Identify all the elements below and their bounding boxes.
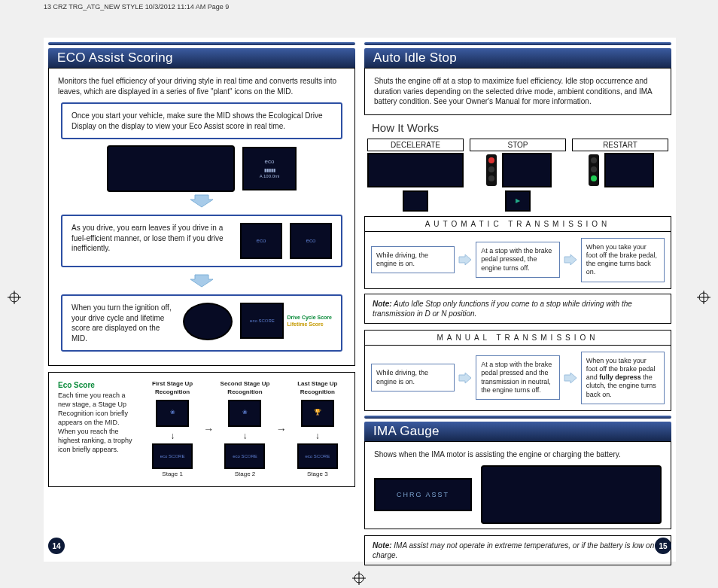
stage-col: First Stage Up Recognition ❀ ↓ eco SCORE… — [145, 380, 200, 479]
arrow-right-icon — [563, 371, 578, 385]
note-label: Note: — [373, 541, 392, 550]
cluster-photo — [502, 153, 552, 187]
callout-3-text: When you turn the ignition off, your dri… — [71, 303, 175, 343]
stage-col: Last Stage Up Recognition 🏆 ↓ eco SCORE … — [290, 380, 345, 479]
ima-block: Shows when the IMA motor is assisting th… — [364, 441, 671, 530]
wreath-icon: ❀ — [228, 400, 261, 427]
callout-3: When you turn the ignition off, your dri… — [61, 294, 342, 352]
registration-mark-icon — [8, 291, 21, 304]
dashboard-photo — [107, 145, 235, 192]
manual-trans-body: While driving, the engine is on. At a st… — [364, 345, 671, 411]
svg-marker-9 — [190, 195, 213, 207]
eco-score-display: eco SCORE — [152, 443, 193, 469]
section-title-eco: ECO Assist Scoring — [48, 48, 355, 68]
ima-display: CHRG ASST — [374, 478, 472, 511]
score-labels: Drive Cycle Score Lifetime Score — [287, 314, 332, 328]
section-title-idle: Auto Idle Stop — [364, 48, 671, 68]
registration-mark-icon — [352, 571, 366, 585]
arrow-right-icon — [458, 371, 473, 385]
trans-cell: At a stop with the brake pedal pressed, … — [476, 242, 559, 278]
traffic-light-green-icon — [586, 153, 601, 187]
traffic-light-red-icon — [484, 153, 499, 187]
how-label: DECELERATE — [367, 139, 464, 151]
svg-point-18 — [591, 175, 597, 181]
page-14: ECO Assist Scoring Monitors the fuel eff… — [44, 38, 360, 562]
svg-marker-19 — [459, 254, 471, 265]
how-it-works-heading: How It Works — [372, 121, 664, 134]
page-15: Auto Idle Stop Shuts the engine off at a… — [360, 38, 676, 562]
stage-label: Stage 3 — [290, 471, 345, 479]
note-label: Note: — [373, 300, 392, 308]
svg-point-16 — [591, 157, 597, 163]
mid-icon: eco — [240, 223, 282, 259]
eco-score-body: Each time you reach a new stage, a Stage… — [58, 391, 132, 454]
mid-eco-display: eco▮▮▮▮▮A 100.0mi — [242, 147, 297, 190]
callout-2-text: As you drive, you earn leaves if you dri… — [71, 223, 233, 254]
registration-mark-icon — [697, 291, 710, 304]
trophy-icon: 🏆 — [301, 400, 334, 427]
svg-marker-21 — [459, 373, 471, 383]
svg-point-12 — [488, 157, 494, 163]
trans-cell: At a stop with the brake pedal pressed a… — [476, 355, 559, 400]
arrow-right-icon — [458, 253, 473, 267]
svg-point-14 — [488, 175, 494, 181]
lifetime-label: Lifetime Score — [287, 321, 332, 328]
svg-marker-20 — [564, 254, 577, 265]
eco-score-display: eco SCORE — [224, 443, 265, 469]
how-label: STOP — [470, 139, 566, 151]
auto-trans-body: While driving, the engine is on. At a st… — [364, 231, 671, 289]
note-ima: Note: IMA assist may not operate in extr… — [364, 535, 671, 565]
ima-intro: Shows when the IMA motor is assisting th… — [374, 449, 662, 460]
mid-icon: eco — [290, 223, 332, 259]
top-rule — [364, 42, 671, 45]
mid-rule — [364, 416, 671, 419]
cluster-photo-large — [481, 465, 662, 524]
stage-cap: Second Stage Up Recognition — [217, 380, 272, 397]
print-header: 13 CRZ TRG_ATG_NEW STYLE 10/3/2012 11:14… — [44, 3, 229, 11]
how-col: STOP ▶ — [470, 139, 566, 212]
how-col: RESTART — [572, 139, 668, 212]
idle-intro: Shuts the engine off at a stop to maximi… — [364, 68, 671, 115]
trans-cell: While driving, the engine is on. — [371, 364, 455, 391]
eco-score-block: Eco Score Each time you reach a new stag… — [48, 372, 355, 487]
how-label: RESTART — [572, 139, 668, 151]
svg-marker-22 — [564, 373, 577, 383]
eco-score-heading: Eco Score — [58, 381, 95, 389]
top-rule — [48, 42, 355, 45]
drive-cycle-label: Drive Cycle Score — [287, 314, 332, 321]
auto-trans-heading: AUTOMATIC TRANSMISSION — [364, 216, 671, 231]
cluster-photo — [367, 153, 464, 187]
stage-cap: Last Stage Up Recognition — [290, 380, 345, 397]
note-text: IMA assist may not operate in extreme te… — [373, 541, 654, 559]
stage-label: Stage 2 — [217, 471, 272, 479]
leaf-icon: ❀ — [156, 400, 189, 427]
manual-trans-heading: MANUAL TRANSMISSION — [364, 330, 671, 345]
svg-point-17 — [591, 166, 597, 172]
tachometer-photo — [183, 303, 233, 340]
stage-col: Second Stage Up Recognition ❀ ↓ eco SCOR… — [217, 380, 272, 479]
svg-point-13 — [488, 166, 494, 172]
arrow-right-icon — [563, 253, 578, 267]
eco-score-display: eco SCORE — [240, 303, 284, 339]
callout-1-text: Once you start your vehicle, make sure t… — [71, 111, 332, 131]
section-title-ima: IMA Gauge — [364, 422, 671, 441]
eco-score-text: Eco Score Each time you reach a new stag… — [58, 380, 138, 454]
trans-cell: When you take your foot off the brake pe… — [581, 352, 665, 404]
eco-intro: Monitors the fuel efficiency of your dri… — [48, 68, 355, 366]
callout-1: Once you start your vehicle, make sure t… — [61, 102, 342, 139]
speedo-icon — [403, 190, 428, 212]
arrow-down-icon — [189, 273, 214, 288]
how-col: DECELERATE — [367, 139, 464, 212]
page-number: 15 — [655, 538, 671, 554]
callout-2: As you drive, you earn leaves if you dri… — [61, 215, 342, 267]
trans-cell: When you take your foot off the brake pe… — [581, 238, 665, 282]
idle-stop-icon: ▶ — [505, 190, 531, 212]
cluster-photo — [604, 153, 654, 187]
stage-label: Stage 1 — [145, 471, 200, 479]
eco-score-display: eco SCORE — [297, 443, 338, 469]
intro-text: Monitors the fuel efficiency of your dri… — [58, 76, 345, 96]
how-row: DECELERATE STOP ▶ RESTART — [367, 139, 668, 212]
svg-marker-10 — [190, 275, 213, 287]
trans-cell: While driving, the engine is on. — [371, 246, 455, 274]
stage-cap: First Stage Up Recognition — [145, 380, 200, 397]
